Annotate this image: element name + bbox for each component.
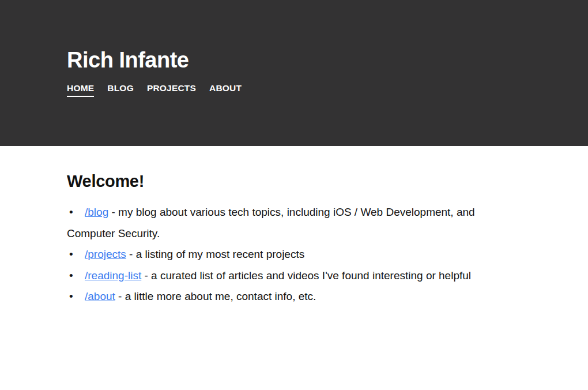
site-header: Rich Infante HOME BLOG PROJECTS ABOUT [0, 0, 588, 146]
reading-list-description: - a curated list of articles and videos … [141, 269, 471, 282]
blog-description: - my blog about various tech topics, inc… [67, 206, 475, 239]
nav-item-about[interactable]: ABOUT [209, 83, 242, 93]
about-link[interactable]: /about [85, 290, 115, 302]
nav-item-blog[interactable]: BLOG [107, 83, 134, 93]
link-list: /blog - my blog about various tech topic… [67, 202, 521, 308]
list-item-reading-list: /reading-list - a curated list of articl… [67, 265, 521, 287]
main-nav: HOME BLOG PROJECTS ABOUT [67, 83, 521, 97]
list-item-blog: /blog - my blog about various tech topic… [67, 202, 521, 244]
reading-list-link[interactable]: /reading-list [85, 269, 141, 282]
nav-item-projects[interactable]: PROJECTS [147, 83, 196, 93]
site-title: Rich Infante [67, 48, 521, 73]
nav-item-home[interactable]: HOME [67, 83, 94, 97]
projects-description: - a listing of my most recent projects [126, 248, 304, 260]
about-description: - a little more about me, contact info, … [115, 290, 316, 302]
list-item-projects: /projects - a listing of my most recent … [67, 244, 521, 265]
page-title: Welcome! [67, 172, 521, 191]
list-item-about: /about - a little more about me, contact… [67, 286, 521, 308]
main-content: Welcome! /blog - my blog about various t… [0, 146, 588, 308]
projects-link[interactable]: /projects [85, 248, 126, 260]
blog-link[interactable]: /blog [85, 206, 108, 218]
